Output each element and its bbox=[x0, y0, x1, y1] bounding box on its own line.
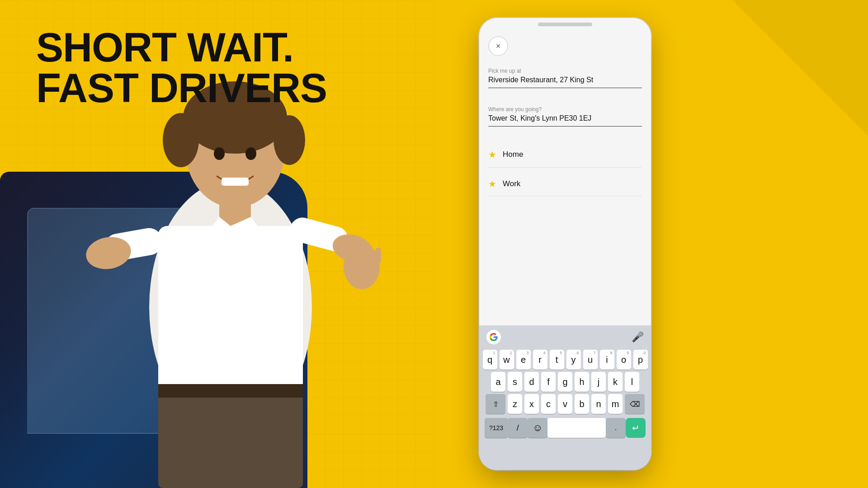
svg-rect-20 bbox=[158, 384, 303, 488]
key-g[interactable]: g bbox=[558, 372, 572, 392]
work-label: Work bbox=[503, 179, 520, 188]
svg-rect-18 bbox=[366, 245, 373, 263]
key-row-3: ⇧ z x c v b n m ⌫ bbox=[481, 394, 649, 414]
key-j[interactable]: j bbox=[591, 372, 606, 392]
key-s[interactable]: s bbox=[508, 372, 522, 392]
close-icon: × bbox=[496, 42, 501, 51]
key-n[interactable]: n bbox=[591, 394, 606, 414]
key-v[interactable]: v bbox=[558, 394, 572, 414]
shift-key[interactable]: ⇧ bbox=[486, 394, 505, 414]
key-u[interactable]: 7u bbox=[583, 350, 598, 370]
keyboard-bottom-row: ?123 / ☺ . ↵ bbox=[481, 416, 649, 440]
left-background: SHORT WAIT. FAST DRIVERS bbox=[0, 0, 434, 488]
key-f[interactable]: f bbox=[541, 372, 556, 392]
svg-point-6 bbox=[245, 147, 256, 160]
keyboard-toolbar: 🎤 bbox=[479, 325, 651, 349]
key-y[interactable]: 6y bbox=[566, 350, 581, 370]
key-b[interactable]: b bbox=[575, 394, 589, 414]
key-k[interactable]: k bbox=[608, 372, 623, 392]
yellow-triangle bbox=[732, 0, 868, 136]
google-icon bbox=[486, 330, 501, 344]
space-key[interactable] bbox=[547, 418, 606, 438]
emoji-key[interactable]: ☺ bbox=[528, 418, 547, 438]
key-q[interactable]: 1q bbox=[483, 350, 497, 370]
key-c[interactable]: c bbox=[541, 394, 556, 414]
svg-rect-21 bbox=[158, 384, 303, 398]
destination-label: Where are you going? bbox=[488, 106, 642, 113]
close-button[interactable]: × bbox=[488, 36, 508, 56]
key-d[interactable]: d bbox=[524, 372, 539, 392]
svg-point-5 bbox=[214, 147, 225, 160]
microphone-icon[interactable]: 🎤 bbox=[632, 331, 644, 343]
key-row-1: 1q 2w 3e 4r 5t 6y 7u 8i 9o 0p bbox=[481, 350, 649, 370]
work-star-icon: ★ bbox=[488, 178, 496, 189]
svg-rect-11 bbox=[158, 226, 303, 407]
home-star-icon: ★ bbox=[488, 149, 496, 160]
divider-home bbox=[488, 167, 642, 168]
pickup-value[interactable]: Riverside Restaurant, 27 King St bbox=[488, 76, 642, 88]
divider-work bbox=[488, 196, 642, 196]
headline-line1: SHORT WAIT. bbox=[36, 27, 327, 68]
key-row-2: a s d f g h j k l bbox=[481, 372, 649, 392]
numbers-switch-key[interactable]: ?123 bbox=[485, 418, 508, 438]
period-key[interactable]: . bbox=[606, 418, 626, 438]
key-r[interactable]: 4r bbox=[533, 350, 547, 370]
pickup-field-container: Pick me up at Riverside Restaurant, 27 K… bbox=[488, 68, 642, 88]
saved-place-work[interactable]: ★ Work bbox=[488, 178, 642, 189]
key-a[interactable]: a bbox=[491, 372, 505, 392]
return-key[interactable]: ↵ bbox=[626, 418, 646, 438]
svg-rect-7 bbox=[222, 178, 249, 186]
svg-point-3 bbox=[163, 113, 199, 167]
key-p[interactable]: 0p bbox=[633, 350, 648, 370]
key-t[interactable]: 5t bbox=[550, 350, 564, 370]
svg-point-4 bbox=[274, 115, 305, 165]
headline-container: SHORT WAIT. FAST DRIVERS bbox=[36, 27, 327, 108]
key-e[interactable]: 3e bbox=[516, 350, 531, 370]
headline-line2: FAST DRIVERS bbox=[36, 68, 327, 108]
key-i[interactable]: 8i bbox=[600, 350, 614, 370]
svg-rect-17 bbox=[357, 246, 363, 262]
key-w[interactable]: 2w bbox=[500, 350, 514, 370]
svg-rect-19 bbox=[375, 248, 381, 263]
key-m[interactable]: m bbox=[608, 394, 623, 414]
destination-field-container: Where are you going? Tower St, King's Ly… bbox=[488, 106, 642, 127]
phone-screen: × Pick me up at Riverside Restaurant, 27… bbox=[479, 18, 651, 470]
saved-place-home[interactable]: ★ Home bbox=[488, 149, 642, 160]
key-l[interactable]: l bbox=[625, 372, 639, 392]
backspace-key[interactable]: ⌫ bbox=[625, 394, 645, 414]
key-x[interactable]: x bbox=[524, 394, 539, 414]
home-label: Home bbox=[503, 150, 523, 159]
phone-notch bbox=[538, 23, 592, 26]
pickup-label: Pick me up at bbox=[488, 68, 642, 74]
destination-value[interactable]: Tower St, King's Lynn PE30 1EJ bbox=[488, 114, 642, 127]
key-z[interactable]: z bbox=[508, 394, 522, 414]
key-o[interactable]: 9o bbox=[617, 350, 631, 370]
slash-key[interactable]: / bbox=[508, 418, 528, 438]
keyboard-rows: 1q 2w 3e 4r 5t 6y 7u 8i 9o 0p a s d f bbox=[479, 349, 651, 441]
key-h[interactable]: h bbox=[575, 372, 589, 392]
keyboard: 🎤 1q 2w 3e 4r 5t 6y 7u 8i 9o 0p bbox=[479, 325, 651, 470]
phone-mockup: × Pick me up at Riverside Restaurant, 27… bbox=[479, 18, 651, 470]
